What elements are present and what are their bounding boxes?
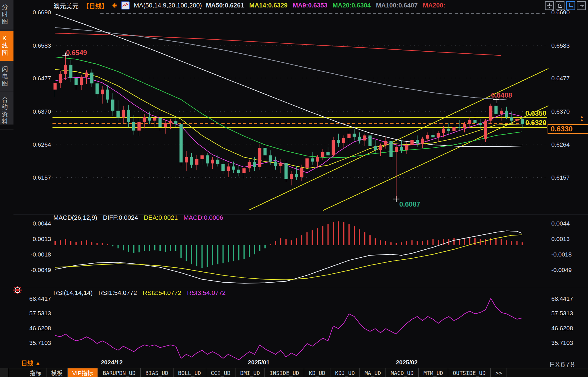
- indicator-chart-icon[interactable]: [121, 1, 130, 9]
- macd-header: MACD(26,12,9) DIFF:0.0024 DEA:0.0021 MAC…: [53, 214, 223, 221]
- indicator-tab-bar: 指标模板VIP指标BARUPDN_UDBIAS_UDBOLL_UDCCI_UDD…: [0, 368, 588, 377]
- svg-text:68.4417: 68.4417: [29, 295, 51, 302]
- chart-toolbar: [545, 1, 586, 10]
- svg-text:46.6208: 46.6208: [551, 325, 573, 331]
- svg-text:-0.0049: -0.0049: [31, 267, 51, 273]
- svg-text:0.6477: 0.6477: [33, 75, 51, 81]
- tab-OUTSIDE_UD[interactable]: OUTSIDE_UD: [448, 368, 491, 377]
- macd-panel: 0.00440.00440.00130.0013-0.0018-0.0018-0…: [31, 220, 572, 283]
- tab->>[interactable]: >>: [491, 368, 507, 377]
- svg-text:0.6690: 0.6690: [33, 9, 51, 15]
- date-label: 2024/12: [101, 359, 123, 366]
- macd-dea-value: DEA:0.0021: [144, 214, 178, 221]
- circle-plus-icon[interactable]: ⊕: [112, 2, 117, 9]
- swing-high-label: 0.6408: [491, 91, 512, 99]
- svg-text:35.7103: 35.7103: [29, 339, 51, 346]
- current-price-box: 0.6330: [548, 124, 588, 134]
- ma-params-label: MA(50,14,9,20,100,200): [134, 2, 202, 9]
- low-price-label: 0.6087: [399, 200, 420, 208]
- rsi1-value: RSI1:54.0772: [98, 289, 137, 297]
- svg-text:46.6208: 46.6208: [29, 325, 51, 331]
- rsi-title: RSI(14,14,14): [53, 289, 93, 297]
- crosshair-tool-icon[interactable]: [545, 1, 554, 10]
- svg-text:0.6477: 0.6477: [551, 75, 570, 81]
- svg-text:0.0013: 0.0013: [33, 236, 51, 242]
- svg-text:-0.0018: -0.0018: [31, 251, 51, 258]
- sidebar-item-2[interactable]: 闪电图: [0, 62, 13, 92]
- macd-diff-value: DIFF:0.0024: [103, 214, 138, 221]
- macd-title: MACD(26,12,9): [53, 214, 97, 221]
- tab-模板[interactable]: 模板: [46, 368, 68, 377]
- svg-text:0.6157: 0.6157: [551, 174, 570, 181]
- svg-text:0.6370: 0.6370: [551, 108, 570, 115]
- tab-BARUPDN_UD[interactable]: BARUPDN_UD: [98, 368, 141, 377]
- tab-list: 指标模板VIP指标BARUPDN_UDBIAS_UDBOLL_UDCCI_UDD…: [25, 368, 507, 377]
- tab-BIAS_UD[interactable]: BIAS_UD: [141, 368, 174, 377]
- ma-value: MA14:0.6329: [249, 2, 287, 9]
- svg-text:-0.0049: -0.0049: [551, 267, 572, 273]
- price-up-arrows-icon: ▲▲: [580, 115, 584, 121]
- date-label: 2025/02: [396, 359, 418, 366]
- symbol-title: 澳元美元: [53, 1, 79, 10]
- tab-指标[interactable]: 指标: [25, 368, 46, 377]
- rsi-header: RSI(14,14,14) RSI1:54.0772 RSI2:54.0772 …: [53, 289, 226, 297]
- tab-KD_UD[interactable]: KD_UD: [304, 368, 330, 377]
- macd-macd-value: MACD:0.0006: [184, 214, 223, 221]
- tab-VIP指标[interactable]: VIP指标: [68, 368, 98, 377]
- tab-MA_UD[interactable]: MA_UD: [360, 368, 386, 377]
- rsi2-value: RSI2:54.0772: [143, 289, 182, 297]
- chart-canvas[interactable]: 0.66900.66900.65830.65830.64770.64770.63…: [0, 0, 588, 377]
- ma-value: MA20:0.6304: [332, 2, 371, 9]
- sidebar-item-1[interactable]: K线图: [0, 31, 13, 61]
- tab-MACD_UD[interactable]: MACD_UD: [386, 368, 419, 377]
- svg-text:0.6157: 0.6157: [33, 174, 51, 181]
- tab-BOLL_UD[interactable]: BOLL_UD: [174, 368, 206, 377]
- axis-scale-left-icon[interactable]: [556, 1, 564, 10]
- period-selector[interactable]: 日线 ▲: [21, 358, 41, 367]
- tab-MTM_UD[interactable]: MTM_UD: [419, 368, 448, 377]
- sidebar-item-0[interactable]: 分时图: [0, 0, 13, 30]
- svg-text:0.6264: 0.6264: [551, 141, 570, 148]
- tab-DMI_UD[interactable]: DMI_UD: [235, 368, 265, 377]
- high-price-label: 0.6549: [66, 49, 87, 57]
- alert-blinker-icon: [13, 285, 22, 296]
- support-level-label: 0.6320: [508, 119, 546, 127]
- period-badge[interactable]: 【日线】: [83, 1, 108, 10]
- ma-values-group: MA50:0.6261MA14:0.6329MA9:0.6353MA20:0.6…: [206, 2, 451, 9]
- svg-text:0.6583: 0.6583: [551, 42, 570, 49]
- svg-text:0.0044: 0.0044: [33, 220, 51, 227]
- left-sidebar: 分时图K线图闪电图合约资料: [0, 0, 13, 125]
- tab-bar-corner: [0, 368, 9, 377]
- chart-header: 澳元美元 【日线】 ⊕ MA(50,14,9,20,100,200) MA50:…: [53, 1, 451, 9]
- tab-INSIDE_UD[interactable]: INSIDE_UD: [265, 368, 304, 377]
- rsi3-value: RSI3:54.0772: [187, 289, 226, 297]
- tab-KDJ_UD[interactable]: KDJ_UD: [330, 368, 360, 377]
- axis-scale-right-icon[interactable]: [566, 1, 575, 10]
- ma-value: MA200:: [423, 2, 445, 9]
- sidebar-item-3[interactable]: 合约资料: [0, 93, 13, 130]
- period-arrow-icon: ▲: [35, 360, 41, 366]
- ma-value: MA100:0.6407: [376, 2, 418, 9]
- svg-text:35.7103: 35.7103: [551, 339, 573, 346]
- axis-shift-icon[interactable]: [577, 1, 586, 10]
- svg-text:68.4417: 68.4417: [551, 295, 573, 302]
- svg-text:57.5313: 57.5313: [551, 310, 573, 316]
- svg-text:0.6370: 0.6370: [33, 108, 51, 115]
- svg-text:57.5313: 57.5313: [29, 310, 51, 316]
- trading-terminal: 0.66900.66900.65830.65830.64770.64770.63…: [0, 0, 588, 377]
- resistance-level-label: 0.6350: [508, 109, 546, 117]
- rsi-panel: 68.441768.441757.531357.531346.620846.62…: [29, 295, 573, 360]
- svg-text:0.6264: 0.6264: [33, 141, 51, 148]
- date-label: 2025/01: [248, 359, 270, 366]
- tab-CCI_UD[interactable]: CCI_UD: [206, 368, 236, 377]
- svg-text:-0.0018: -0.0018: [551, 251, 572, 258]
- svg-text:0.0013: 0.0013: [551, 236, 570, 242]
- svg-text:0.0044: 0.0044: [551, 220, 570, 227]
- ma-value: MA9:0.6353: [293, 2, 327, 9]
- svg-text:0.6583: 0.6583: [33, 42, 51, 49]
- ma-value: MA50:0.6261: [206, 2, 244, 9]
- tab-bar-gap: [9, 368, 25, 377]
